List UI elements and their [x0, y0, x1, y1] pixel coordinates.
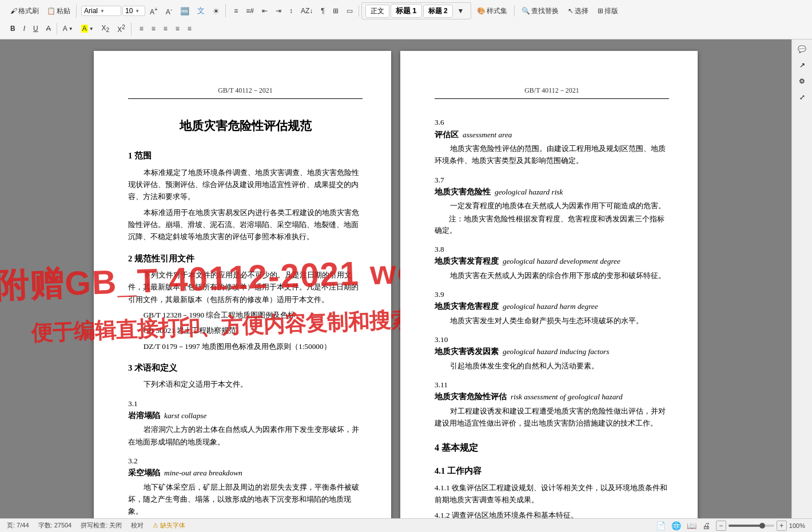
sort-button[interactable]: AZ↓: [297, 5, 316, 17]
align-left-icon: ≡: [140, 25, 144, 33]
page-right: GB/T 40112－2021 3.6 评估区 assessment area …: [400, 51, 698, 518]
decrease-indent-button[interactable]: ⇤: [258, 5, 271, 17]
align-right-button[interactable]: ≡: [160, 23, 171, 34]
settings-icon[interactable]: ⚙: [794, 74, 811, 89]
term-3-7-title: 地质灾害危险性 geological hazard risk: [435, 186, 669, 198]
sort-icon: AZ↓: [301, 7, 313, 15]
font-color-button[interactable]: A ▼: [59, 23, 77, 34]
missing-font-warning: ⚠ 缺失字体: [153, 521, 185, 530]
superscript-button[interactable]: X2: [114, 22, 129, 35]
share-icon[interactable]: ↗: [794, 58, 811, 73]
term-3-7-def: 一定发育程度的地质体在天然或人为因素作用下可能造成的危害。: [435, 200, 669, 212]
zoom-slider[interactable]: [729, 525, 774, 527]
italic-button[interactable]: I: [20, 23, 29, 34]
comment-icon[interactable]: 💬: [794, 42, 811, 57]
subscript-button[interactable]: X2: [98, 22, 113, 35]
font-group: Arial ▼ 10 ▼ A+ A- 🆓 文 ☀: [79, 4, 226, 18]
statusbar: 页: 7/44 字数: 27504 拼写检查: 关闭 校对 ⚠ 缺失字体 📄 🌐…: [0, 518, 812, 532]
justify-icon: ≡: [176, 25, 180, 33]
term-3-8-num: 3.8: [435, 243, 669, 255]
expand-icon[interactable]: ⤢: [794, 90, 811, 105]
term-3-8-title: 地质灾害发育程度 geological hazard development d…: [435, 255, 669, 268]
ref3: DZ/T 0179－1997 地质图用色标准及用色原则（1:50000）: [128, 340, 363, 352]
term-3-2: 3.2 采空塌陷 mine-out area breakdown 地下矿体采空后…: [128, 455, 363, 518]
spell-check[interactable]: 拼写检查: 关闭: [81, 521, 122, 530]
proofread[interactable]: 校对: [131, 521, 144, 530]
shading-button[interactable]: ▭: [343, 5, 356, 17]
borders-button[interactable]: ⊞: [329, 5, 342, 17]
align-center-button[interactable]: ≡: [148, 23, 159, 34]
style-dropdown-arrow[interactable]: ▼: [454, 5, 468, 17]
font-color-arrow: ▼: [69, 26, 73, 31]
numbered-list-button[interactable]: ≡#: [242, 5, 257, 17]
select-button[interactable]: ↖ 选择: [564, 5, 592, 18]
text-effect-button[interactable]: 文: [194, 4, 208, 18]
zoom-out-button[interactable]: −: [716, 521, 726, 531]
term-3-10-def: 引起地质体发生变化的自然和人为活动要素。: [435, 360, 669, 372]
increase-indent-icon: ⇥: [276, 7, 281, 15]
shading-icon: ▭: [347, 7, 353, 15]
zoom-controls: − + 100%: [716, 521, 805, 531]
style-panel: 正文 标题 1 标题 2 ▼: [361, 2, 472, 19]
view-normal-icon[interactable]: 📄: [656, 521, 666, 530]
style-normal-button[interactable]: 正文: [365, 5, 389, 18]
format-brush-button[interactable]: 🖌 格式刷: [7, 5, 42, 18]
toolbar-row2: B I U A A ▼ A ▼ X2 X2 ≡ ≡ ≡: [5, 21, 807, 37]
term-3-1-num: 3.1: [128, 398, 363, 410]
doc-title: 地质灾害危险性评估规范: [128, 116, 363, 136]
paste-button[interactable]: 📋 粘贴: [43, 5, 74, 18]
style-h2-button[interactable]: 标题 2: [423, 5, 453, 18]
increase-indent-button[interactable]: ⇥: [272, 5, 285, 17]
justify-button[interactable]: ≡: [172, 23, 183, 34]
format-clear-button[interactable]: 🆓: [177, 5, 193, 17]
highlight-button[interactable]: A ▼: [78, 23, 97, 34]
right-panel: 💬 ↗ ⚙ ⤢: [791, 39, 812, 518]
zoom-percent: 100%: [789, 522, 805, 529]
para-align-group: ≡ ≡ ≡ ≡ ≡: [134, 23, 197, 34]
arrange-button[interactable]: ⊞ 排版: [594, 5, 622, 18]
distributed-button[interactable]: ≡: [184, 23, 195, 34]
increase-font-button[interactable]: A+: [146, 5, 161, 18]
decrease-font-button[interactable]: A-: [162, 5, 176, 18]
select-icon: ↖: [568, 7, 574, 15]
term-3-7-num: 3.7: [435, 174, 669, 186]
section2-heading: 2 规范性引用文件: [128, 252, 363, 265]
view-web-icon[interactable]: 🌐: [671, 521, 681, 530]
underline-button[interactable]: U: [30, 23, 42, 34]
view-print-icon[interactable]: 🖨: [702, 521, 710, 530]
font-size-dropdown[interactable]: 10 ▼: [122, 6, 145, 16]
separator-1: [514, 5, 515, 17]
font-dropdown-arrow: ▼: [100, 9, 105, 14]
font-name-dropdown[interactable]: Arial ▼: [81, 6, 121, 16]
align-center-icon: ≡: [152, 25, 156, 33]
line-spacing-button[interactable]: ↕: [286, 5, 296, 17]
term-3-11-title: 地质灾害危险性评估 risk assessment of geological …: [435, 391, 669, 403]
find-replace-button[interactable]: 🔍 查找替换: [518, 5, 562, 18]
statusbar-right: 📄 🌐 📖 🖨 − + 100%: [656, 521, 805, 531]
paragraph-group: ≡ ≡# ⇤ ⇥ ↕ AZ↓ ¶ ⊞ ▭: [228, 5, 359, 17]
item412: 4.1.2 调查评估区地质环境条件和基本特征。: [435, 509, 669, 518]
view-read-icon[interactable]: 📖: [687, 521, 696, 530]
term-3-2-num: 3.2: [128, 455, 363, 467]
align-right-icon: ≡: [164, 25, 168, 33]
highlight-arrow: ▼: [89, 26, 94, 31]
word-count: 字数: 27504: [38, 521, 72, 530]
page-header-left: GB/T 40112－2021: [128, 85, 363, 99]
show-hide-button[interactable]: ¶: [317, 5, 328, 17]
highlight-icon: ☀: [213, 7, 220, 15]
term-3-6-def: 地质灾害危险性评估的范围。由建设工程用地及规划区范围、地质环境条件、地质灾害类型…: [435, 142, 669, 167]
zoom-in-button[interactable]: +: [777, 521, 787, 531]
term-3-1: 3.1 岩溶塌陷 karst collapse 岩溶洞穴上方的岩土体在自然或人为…: [128, 398, 363, 448]
style-h1-button[interactable]: 标题 1: [391, 4, 422, 18]
bullet-list-button[interactable]: ≡: [230, 5, 241, 17]
ref2: GB 50021 岩土工程勘察规范: [128, 324, 363, 336]
term-3-11-num: 3.11: [435, 379, 669, 391]
term-3-11: 3.11 地质灾害危险性评估 risk assessment of geolog…: [435, 379, 669, 429]
style-set-button[interactable]: 🎨 样式集: [473, 5, 511, 18]
strikethrough-button[interactable]: A: [43, 23, 54, 34]
align-left-button[interactable]: ≡: [136, 23, 147, 34]
highlight-text-button[interactable]: ☀: [209, 5, 223, 17]
bold-button[interactable]: B: [7, 23, 19, 34]
page-info: 页: 7/44: [7, 521, 29, 530]
font-color-icon: A: [63, 25, 67, 33]
